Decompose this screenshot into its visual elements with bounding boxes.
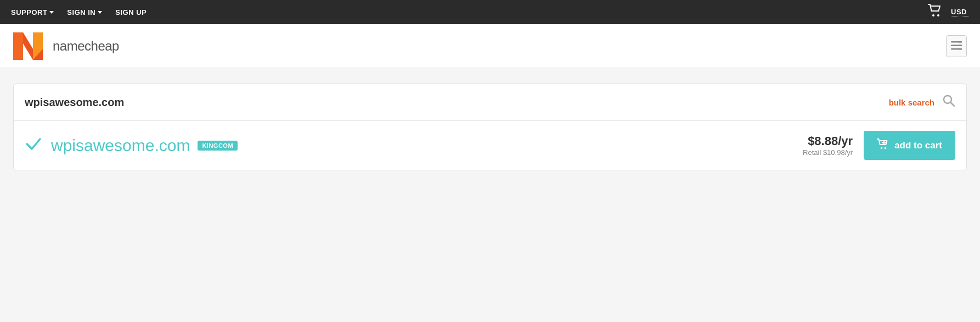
- svg-rect-8: [959, 41, 962, 43]
- currency-label: USD: [951, 8, 967, 16]
- svg-rect-9: [959, 45, 962, 46]
- add-to-cart-icon: [877, 138, 889, 152]
- svg-point-1: [937, 14, 939, 16]
- hamburger-menu-icon[interactable]: [946, 35, 967, 57]
- svg-point-13: [881, 147, 883, 149]
- search-row: wpisawesome.com bulk search: [14, 84, 966, 121]
- support-label: SUPPORT: [11, 8, 47, 16]
- available-check-icon: [25, 135, 42, 156]
- logo-text: namecheap: [53, 38, 119, 54]
- currency-selector[interactable]: USD: [951, 8, 969, 16]
- result-row: wpisawesome.com KINGCOM $8.88/yr Retail …: [14, 121, 966, 170]
- signin-label: SIGN IN: [67, 8, 95, 16]
- svg-line-12: [951, 103, 955, 107]
- header-bar: namecheap: [0, 24, 980, 68]
- price-main: $8.88/yr: [803, 134, 853, 148]
- add-to-cart-button[interactable]: add to cart: [864, 131, 955, 160]
- svg-point-0: [932, 14, 934, 16]
- signin-caret-icon: [98, 11, 102, 14]
- bulk-search-link[interactable]: bulk search: [889, 98, 934, 107]
- logo-icon: [13, 32, 46, 60]
- search-domain-text: wpisawesome.com: [25, 96, 889, 109]
- logo-area[interactable]: namecheap: [13, 32, 119, 60]
- add-to-cart-label: add to cart: [894, 140, 942, 151]
- search-card: wpisawesome.com bulk search wpisawesome.…: [13, 84, 967, 170]
- signup-label: SIGN UP: [115, 8, 147, 16]
- main-content: wpisawesome.com bulk search wpisawesome.…: [0, 68, 980, 181]
- top-bar: SUPPORT SIGN IN SIGN UP USD: [0, 0, 980, 24]
- domain-result-name: wpisawesome.com: [51, 136, 190, 155]
- registrar-badge: KINGCOM: [198, 141, 238, 151]
- support-menu[interactable]: SUPPORT: [11, 8, 54, 16]
- support-caret-icon: [49, 11, 54, 14]
- search-icon-button[interactable]: [942, 94, 955, 110]
- top-bar-right: USD: [928, 4, 969, 20]
- svg-point-14: [885, 147, 887, 149]
- top-bar-left: SUPPORT SIGN IN SIGN UP: [11, 8, 147, 16]
- signin-menu[interactable]: SIGN IN: [67, 8, 102, 16]
- svg-rect-10: [959, 48, 962, 50]
- price-retail: Retail $10.98/yr: [803, 148, 853, 157]
- cart-icon[interactable]: [928, 4, 942, 20]
- signup-link[interactable]: SIGN UP: [115, 8, 147, 16]
- price-area: $8.88/yr Retail $10.98/yr: [803, 134, 853, 157]
